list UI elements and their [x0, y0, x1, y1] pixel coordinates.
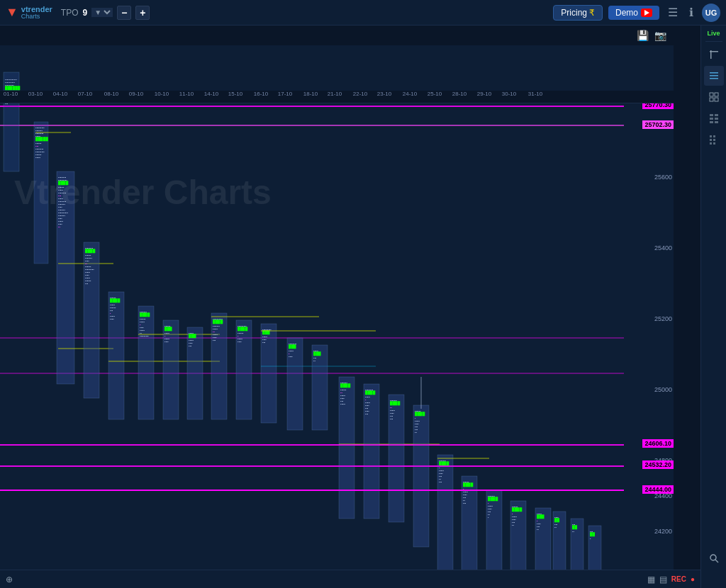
svg-text:█████: █████: [35, 137, 48, 142]
svg-rect-236: [710, 51, 718, 52]
hamburger-icon[interactable]: ☰: [665, 4, 681, 21]
time-tick-21: 31-10: [528, 91, 542, 97]
logo-vtrender: vtrender: [21, 6, 52, 13]
bottom-bar: ⊕ ▦ ▤ REC ●: [0, 570, 700, 588]
svg-text:████: ████: [415, 412, 425, 417]
increase-tpo-button[interactable]: +: [135, 6, 150, 20]
svg-rect-254: [710, 142, 712, 145]
time-tick-3: 07-10: [78, 91, 92, 97]
price-badge-25702: 25702.30: [642, 120, 674, 129]
price-24200: 24200: [654, 528, 672, 535]
sidebar-cursor-icon[interactable]: [704, 45, 724, 64]
svg-text:████: ████: [85, 249, 96, 254]
pricing-rupee-icon: ₹: [589, 8, 595, 18]
svg-line-257: [715, 560, 718, 562]
time-tick-5: 09-10: [129, 91, 143, 97]
time-tick-16: 24-10: [403, 91, 417, 97]
svg-text:•••: •••: [262, 341, 266, 344]
sidebar-zoom-icon[interactable]: [704, 548, 724, 568]
svg-text:████: ████: [463, 482, 474, 487]
svg-text:████: ████: [365, 390, 376, 395]
svg-text:•••••: •••••: [340, 402, 346, 406]
tpo-label: TPO: [61, 8, 79, 18]
svg-rect-240: [710, 93, 713, 96]
svg-text:███: ███: [164, 327, 172, 332]
sidebar-lines-icon[interactable]: [704, 66, 724, 86]
price-25000: 25000: [654, 386, 672, 393]
svg-text:██: ██: [554, 518, 560, 523]
svg-text:██: ██: [572, 525, 578, 530]
svg-point-256: [710, 555, 716, 560]
svg-rect-244: [710, 114, 713, 116]
svg-text:███: ███: [189, 334, 196, 339]
price-25200: 25200: [654, 315, 672, 322]
svg-rect-247: [715, 118, 718, 120]
time-tick-11: 17-10: [278, 91, 292, 97]
svg-rect-242: [710, 98, 713, 101]
header: ▼ vtrender Charts TPO 9 ▼ − + Pricing ₹ …: [0, 0, 726, 26]
live-label: Live: [707, 30, 720, 37]
tpo-dropdown[interactable]: ▼: [91, 8, 113, 17]
info-icon[interactable]: ℹ: [686, 4, 696, 21]
bottom-grid-icon[interactable]: ▦: [647, 575, 655, 584]
svg-rect-248: [710, 121, 713, 123]
demo-button[interactable]: Demo: [608, 6, 659, 20]
demo-label: Demo: [615, 8, 638, 18]
sidebar-divider-1: [705, 41, 722, 42]
time-tick-6: 10-10: [155, 91, 169, 97]
tpo-controls: TPO 9 ▼ − +: [61, 6, 150, 20]
youtube-play-icon: [644, 10, 649, 16]
youtube-icon: [641, 9, 652, 17]
pricing-label: Pricing: [561, 8, 587, 18]
rec-button[interactable]: REC: [671, 575, 686, 583]
save-icon[interactable]: 💾: [635, 28, 650, 43]
time-tick-4: 08-10: [104, 91, 118, 97]
svg-rect-253: [713, 139, 715, 141]
svg-text:████: ████: [340, 383, 351, 388]
time-tick-17: 25-10: [428, 91, 442, 97]
user-avatar[interactable]: UG: [702, 4, 720, 22]
svg-text:•••: •••: [390, 417, 393, 421]
price-axis: 25800 25770.30 25702.30 25600 25400 2520…: [624, 58, 674, 588]
time-tick-20: 30-10: [502, 91, 516, 97]
svg-rect-238: [710, 75, 718, 77]
svg-text:██: ██: [590, 532, 596, 537]
time-tick-0: 01-10: [4, 91, 18, 97]
svg-rect-255: [713, 142, 715, 145]
svg-text:•••••••••: •••••••••: [140, 334, 149, 338]
svg-rect-251: [713, 135, 715, 137]
price-badge-24532: 24532.20: [642, 460, 674, 469]
svg-text:████: ████: [110, 298, 121, 303]
svg-rect-239: [710, 78, 718, 79]
price-25400: 25400: [654, 244, 672, 251]
svg-rect-241: [715, 93, 718, 96]
pricing-button[interactable]: Pricing ₹: [553, 5, 603, 21]
time-tick-18: 28-10: [452, 91, 467, 97]
svg-text:████: ████: [238, 327, 248, 332]
time-tick-1: 03-10: [28, 91, 43, 97]
svg-text:████: ████: [140, 312, 150, 317]
decrease-tpo-button[interactable]: −: [117, 6, 131, 20]
time-tick-12: 18-10: [303, 91, 318, 97]
svg-text:████: ████: [488, 497, 498, 502]
time-tick-8: 14-10: [204, 91, 218, 97]
svg-text:••••: ••••: [238, 340, 242, 344]
sidebar-grid-icon[interactable]: [704, 87, 724, 107]
svg-text:•••: •••: [189, 344, 192, 348]
svg-text:██████: ██████: [5, 86, 21, 91]
svg-text:•••: •••: [463, 502, 467, 505]
rec-dot[interactable]: ●: [691, 575, 695, 583]
time-tick-9: 15-10: [228, 91, 242, 97]
camera-icon[interactable]: 📷: [653, 28, 668, 43]
time-tick-14: 22-10: [353, 91, 367, 97]
time-tick-7: 11-10: [179, 91, 194, 97]
svg-rect-250: [710, 135, 712, 137]
crosshair-icon[interactable]: ⊕: [6, 575, 13, 584]
time-axis: 01-10 03-10 04-10 07-10 08-10 09-10 10-1…: [0, 91, 674, 103]
time-tick-2: 04-10: [53, 91, 67, 97]
svg-text:███: ███: [289, 344, 296, 349]
sidebar-table-icon[interactable]: [704, 108, 724, 128]
time-tick-19: 29-10: [477, 91, 491, 97]
bottom-table-icon[interactable]: ▤: [659, 575, 667, 584]
sidebar-settings-icon[interactable]: [704, 130, 724, 149]
